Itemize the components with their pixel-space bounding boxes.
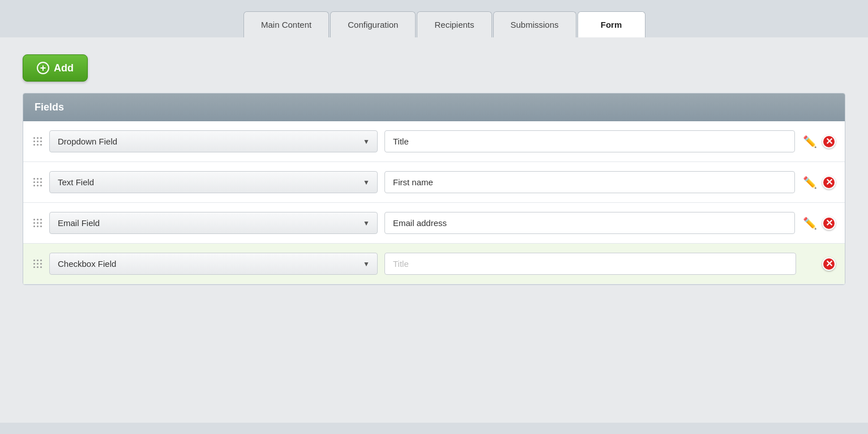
plus-circle-icon: +	[37, 62, 49, 74]
field-type-select: Dropdown Field Text Field Email Field Ch…	[49, 130, 378, 152]
field-row: Dropdown Field Text Field Email Field Ch…	[23, 244, 845, 284]
edit-button[interactable]: ✏️	[802, 175, 818, 190]
field-label-field[interactable]	[384, 171, 795, 193]
delete-circle-icon: ✕	[822, 257, 836, 271]
drag-dot	[33, 266, 35, 268]
field-label-input	[384, 253, 796, 275]
tab-configuration[interactable]: Configuration	[330, 11, 416, 37]
field-label-field[interactable]	[384, 212, 795, 234]
delete-button[interactable]: ✕	[821, 134, 837, 150]
field-type-dropdown[interactable]: Dropdown Field Text Field Email Field Ch…	[49, 130, 378, 152]
drag-dot	[33, 259, 35, 261]
drag-dot	[33, 178, 35, 180]
field-label-input	[384, 212, 795, 234]
row-actions: ✕	[803, 256, 837, 272]
field-type-dropdown[interactable]: Dropdown Field Text Field Email Field Ch…	[49, 171, 378, 193]
drag-dot	[33, 181, 35, 183]
row-actions: ✏️ ✕	[802, 215, 837, 231]
delete-button[interactable]: ✕	[821, 215, 837, 231]
drag-dot	[33, 141, 35, 142]
drag-dot	[33, 225, 35, 227]
field-label-field[interactable]	[384, 253, 796, 275]
delete-circle-icon: ✕	[822, 216, 836, 230]
tab-main-content[interactable]: Main Content	[243, 11, 329, 37]
drag-dot	[33, 144, 35, 146]
field-label-field[interactable]	[384, 130, 795, 152]
delete-button[interactable]: ✕	[821, 175, 837, 190]
field-type-select: Dropdown Field Text Field Email Field Ch…	[49, 171, 378, 193]
drag-dot	[33, 137, 35, 139]
field-type-select: Dropdown Field Text Field Email Field Ch…	[49, 212, 378, 234]
drag-handle[interactable]	[31, 176, 42, 189]
field-label-input	[384, 171, 795, 193]
fields-header: Fields	[23, 93, 845, 121]
field-row: Dropdown Field Text Field Email Field Ch…	[23, 121, 845, 162]
drag-handle[interactable]	[31, 135, 42, 148]
field-type-select: Dropdown Field Text Field Email Field Ch…	[49, 253, 378, 275]
edit-button[interactable]: ✏️	[802, 215, 818, 231]
field-label-input	[384, 130, 795, 152]
pencil-icon: ✏️	[803, 216, 817, 230]
content-area: + Add Fields Dropdown Field Text Field E…	[0, 37, 868, 423]
tab-submissions[interactable]: Submissions	[493, 11, 576, 37]
drag-dot	[33, 263, 35, 265]
add-button[interactable]: + Add	[23, 54, 88, 82]
fields-title: Fields	[35, 101, 64, 113]
row-actions: ✏️ ✕	[802, 134, 837, 150]
edit-button[interactable]: ✏️	[802, 134, 818, 150]
delete-button[interactable]: ✕	[821, 256, 837, 272]
field-type-dropdown[interactable]: Dropdown Field Text Field Email Field Ch…	[49, 212, 378, 234]
pencil-icon: ✏️	[803, 176, 817, 189]
drag-dot	[33, 222, 35, 224]
row-actions: ✏️ ✕	[802, 175, 837, 190]
add-button-label: Add	[54, 62, 74, 74]
field-row: Dropdown Field Text Field Email Field Ch…	[23, 203, 845, 244]
drag-dot	[33, 185, 35, 186]
pencil-icon: ✏️	[803, 135, 817, 148]
field-row: Dropdown Field Text Field Email Field Ch…	[23, 162, 845, 203]
drag-dot	[33, 219, 35, 220]
tab-recipients[interactable]: Recipients	[417, 11, 491, 37]
delete-circle-icon: ✕	[822, 135, 836, 148]
field-type-dropdown[interactable]: Dropdown Field Text Field Email Field Ch…	[49, 253, 378, 275]
fields-panel: Fields Dropdown Field Text Field Email F…	[23, 93, 845, 285]
tab-form[interactable]: Form	[578, 11, 645, 37]
drag-handle[interactable]	[31, 216, 42, 229]
drag-handle[interactable]	[31, 257, 42, 270]
tabs-bar: Main Content Configuration Recipients Su…	[0, 0, 868, 37]
delete-circle-icon: ✕	[822, 176, 836, 189]
